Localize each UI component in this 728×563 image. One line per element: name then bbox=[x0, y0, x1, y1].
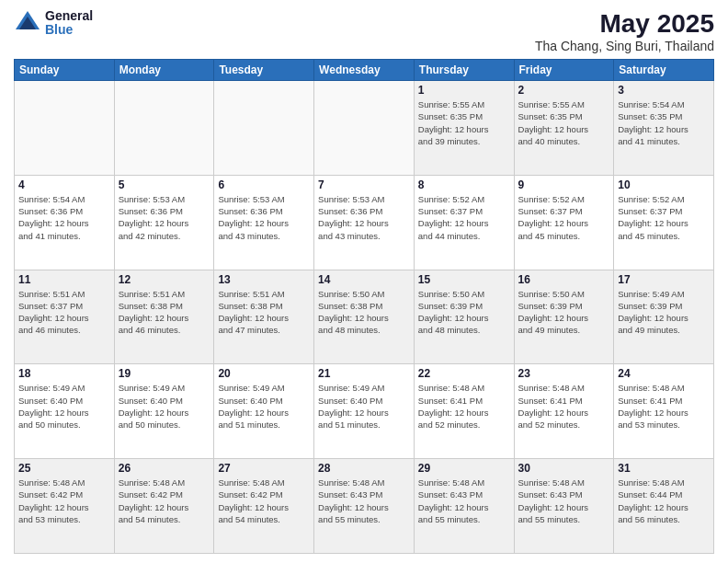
calendar-cell: 8Sunrise: 5:52 AM Sunset: 6:37 PM Daylig… bbox=[414, 175, 514, 270]
day-info: Sunrise: 5:49 AM Sunset: 6:40 PM Dayligh… bbox=[218, 382, 310, 431]
day-info: Sunrise: 5:49 AM Sunset: 6:39 PM Dayligh… bbox=[618, 288, 710, 337]
day-number: 18 bbox=[18, 367, 110, 380]
day-number: 31 bbox=[618, 462, 710, 475]
calendar-cell: 21Sunrise: 5:49 AM Sunset: 6:40 PM Dayli… bbox=[314, 364, 415, 459]
logo: General Blue bbox=[14, 9, 93, 38]
calendar-header-sunday: Sunday bbox=[15, 60, 115, 81]
day-number: 9 bbox=[518, 178, 610, 191]
calendar-cell: 16Sunrise: 5:50 AM Sunset: 6:39 PM Dayli… bbox=[514, 270, 614, 364]
day-number: 13 bbox=[218, 273, 310, 286]
calendar-cell: 6Sunrise: 5:53 AM Sunset: 6:36 PM Daylig… bbox=[214, 175, 314, 270]
calendar-cell: 20Sunrise: 5:49 AM Sunset: 6:40 PM Dayli… bbox=[214, 364, 314, 459]
calendar-cell: 30Sunrise: 5:48 AM Sunset: 6:43 PM Dayli… bbox=[514, 459, 614, 554]
calendar-cell: 17Sunrise: 5:49 AM Sunset: 6:39 PM Dayli… bbox=[614, 270, 714, 364]
calendar-header-wednesday: Wednesday bbox=[314, 60, 415, 81]
calendar-cell: 12Sunrise: 5:51 AM Sunset: 6:38 PM Dayli… bbox=[114, 270, 214, 364]
calendar-cell: 9Sunrise: 5:52 AM Sunset: 6:37 PM Daylig… bbox=[514, 175, 614, 270]
calendar-cell: 15Sunrise: 5:50 AM Sunset: 6:39 PM Dayli… bbox=[414, 270, 514, 364]
day-info: Sunrise: 5:50 AM Sunset: 6:39 PM Dayligh… bbox=[518, 288, 610, 337]
calendar-week-3: 18Sunrise: 5:49 AM Sunset: 6:40 PM Dayli… bbox=[15, 364, 714, 459]
day-info: Sunrise: 5:52 AM Sunset: 6:37 PM Dayligh… bbox=[618, 193, 710, 242]
day-info: Sunrise: 5:48 AM Sunset: 6:43 PM Dayligh… bbox=[418, 477, 510, 525]
calendar-cell bbox=[214, 81, 314, 176]
day-number: 16 bbox=[518, 273, 610, 286]
day-number: 20 bbox=[218, 367, 310, 380]
calendar-week-4: 25Sunrise: 5:48 AM Sunset: 6:42 PM Dayli… bbox=[15, 459, 714, 554]
day-number: 4 bbox=[18, 178, 110, 191]
day-number: 24 bbox=[618, 367, 710, 380]
calendar-week-2: 11Sunrise: 5:51 AM Sunset: 6:37 PM Dayli… bbox=[15, 270, 714, 364]
calendar-cell bbox=[15, 81, 115, 176]
calendar-cell: 19Sunrise: 5:49 AM Sunset: 6:40 PM Dayli… bbox=[114, 364, 214, 459]
day-number: 15 bbox=[418, 273, 510, 286]
calendar-cell: 5Sunrise: 5:53 AM Sunset: 6:36 PM Daylig… bbox=[114, 175, 214, 270]
day-number: 19 bbox=[119, 367, 210, 380]
day-number: 23 bbox=[518, 367, 610, 380]
calendar-cell: 4Sunrise: 5:54 AM Sunset: 6:36 PM Daylig… bbox=[15, 175, 115, 270]
day-number: 14 bbox=[318, 273, 410, 286]
day-number: 2 bbox=[518, 84, 610, 97]
day-info: Sunrise: 5:52 AM Sunset: 6:37 PM Dayligh… bbox=[518, 193, 610, 242]
page: General Blue May 2025 Tha Chang, Sing Bu… bbox=[0, 0, 728, 563]
day-info: Sunrise: 5:49 AM Sunset: 6:40 PM Dayligh… bbox=[18, 382, 110, 431]
logo-blue: Blue bbox=[45, 23, 93, 37]
day-info: Sunrise: 5:48 AM Sunset: 6:42 PM Dayligh… bbox=[218, 477, 310, 525]
calendar-cell: 2Sunrise: 5:55 AM Sunset: 6:35 PM Daylig… bbox=[514, 81, 614, 176]
day-info: Sunrise: 5:48 AM Sunset: 6:41 PM Dayligh… bbox=[518, 382, 610, 431]
calendar-cell: 23Sunrise: 5:48 AM Sunset: 6:41 PM Dayli… bbox=[514, 364, 614, 459]
day-number: 12 bbox=[119, 273, 210, 286]
calendar-cell: 18Sunrise: 5:49 AM Sunset: 6:40 PM Dayli… bbox=[15, 364, 115, 459]
calendar-cell: 26Sunrise: 5:48 AM Sunset: 6:42 PM Dayli… bbox=[114, 459, 214, 554]
calendar-cell: 24Sunrise: 5:48 AM Sunset: 6:41 PM Dayli… bbox=[614, 364, 714, 459]
day-number: 6 bbox=[218, 178, 310, 191]
day-number: 11 bbox=[18, 273, 110, 286]
day-number: 17 bbox=[618, 273, 710, 286]
calendar-cell: 13Sunrise: 5:51 AM Sunset: 6:38 PM Dayli… bbox=[214, 270, 314, 364]
calendar-cell: 29Sunrise: 5:48 AM Sunset: 6:43 PM Dayli… bbox=[414, 459, 514, 554]
calendar-header-friday: Friday bbox=[514, 60, 614, 81]
day-info: Sunrise: 5:49 AM Sunset: 6:40 PM Dayligh… bbox=[318, 382, 410, 431]
calendar-cell: 3Sunrise: 5:54 AM Sunset: 6:35 PM Daylig… bbox=[614, 81, 714, 176]
day-info: Sunrise: 5:51 AM Sunset: 6:37 PM Dayligh… bbox=[18, 288, 110, 337]
day-number: 5 bbox=[119, 178, 210, 191]
day-info: Sunrise: 5:51 AM Sunset: 6:38 PM Dayligh… bbox=[119, 288, 210, 337]
day-info: Sunrise: 5:54 AM Sunset: 6:36 PM Dayligh… bbox=[18, 193, 110, 242]
day-number: 28 bbox=[318, 462, 410, 475]
calendar-header-thursday: Thursday bbox=[414, 60, 514, 81]
day-info: Sunrise: 5:49 AM Sunset: 6:40 PM Dayligh… bbox=[119, 382, 210, 431]
day-info: Sunrise: 5:50 AM Sunset: 6:39 PM Dayligh… bbox=[418, 288, 510, 337]
day-number: 30 bbox=[518, 462, 610, 475]
day-number: 27 bbox=[218, 462, 310, 475]
day-info: Sunrise: 5:48 AM Sunset: 6:44 PM Dayligh… bbox=[618, 477, 710, 525]
calendar-week-0: 1Sunrise: 5:55 AM Sunset: 6:35 PM Daylig… bbox=[15, 81, 714, 176]
calendar-header-saturday: Saturday bbox=[614, 60, 714, 81]
day-info: Sunrise: 5:51 AM Sunset: 6:38 PM Dayligh… bbox=[218, 288, 310, 337]
day-info: Sunrise: 5:55 AM Sunset: 6:35 PM Dayligh… bbox=[418, 98, 510, 147]
logo-text: General Blue bbox=[45, 9, 93, 38]
calendar-cell: 22Sunrise: 5:48 AM Sunset: 6:41 PM Dayli… bbox=[414, 364, 514, 459]
day-info: Sunrise: 5:52 AM Sunset: 6:37 PM Dayligh… bbox=[418, 193, 510, 242]
day-info: Sunrise: 5:50 AM Sunset: 6:38 PM Dayligh… bbox=[318, 288, 410, 337]
day-info: Sunrise: 5:53 AM Sunset: 6:36 PM Dayligh… bbox=[218, 193, 310, 242]
calendar-cell: 27Sunrise: 5:48 AM Sunset: 6:42 PM Dayli… bbox=[214, 459, 314, 554]
day-info: Sunrise: 5:48 AM Sunset: 6:42 PM Dayligh… bbox=[119, 477, 210, 525]
calendar-header-monday: Monday bbox=[114, 60, 214, 81]
calendar-cell bbox=[314, 81, 415, 176]
day-number: 8 bbox=[418, 178, 510, 191]
header: General Blue May 2025 Tha Chang, Sing Bu… bbox=[14, 9, 714, 53]
calendar-header-row: SundayMondayTuesdayWednesdayThursdayFrid… bbox=[15, 60, 714, 81]
calendar-cell: 1Sunrise: 5:55 AM Sunset: 6:35 PM Daylig… bbox=[414, 81, 514, 176]
title-block: May 2025 Tha Chang, Sing Buri, Thailand bbox=[535, 9, 714, 53]
calendar-cell: 28Sunrise: 5:48 AM Sunset: 6:43 PM Dayli… bbox=[314, 459, 415, 554]
calendar-week-1: 4Sunrise: 5:54 AM Sunset: 6:36 PM Daylig… bbox=[15, 175, 714, 270]
calendar-cell: 14Sunrise: 5:50 AM Sunset: 6:38 PM Dayli… bbox=[314, 270, 415, 364]
day-number: 29 bbox=[418, 462, 510, 475]
day-info: Sunrise: 5:48 AM Sunset: 6:43 PM Dayligh… bbox=[518, 477, 610, 525]
day-info: Sunrise: 5:48 AM Sunset: 6:41 PM Dayligh… bbox=[418, 382, 510, 431]
calendar-cell: 7Sunrise: 5:53 AM Sunset: 6:36 PM Daylig… bbox=[314, 175, 415, 270]
day-number: 1 bbox=[418, 84, 510, 97]
calendar-cell: 25Sunrise: 5:48 AM Sunset: 6:42 PM Dayli… bbox=[15, 459, 115, 554]
day-number: 3 bbox=[618, 84, 710, 97]
subtitle: Tha Chang, Sing Buri, Thailand bbox=[535, 39, 714, 53]
day-info: Sunrise: 5:55 AM Sunset: 6:35 PM Dayligh… bbox=[518, 98, 610, 147]
